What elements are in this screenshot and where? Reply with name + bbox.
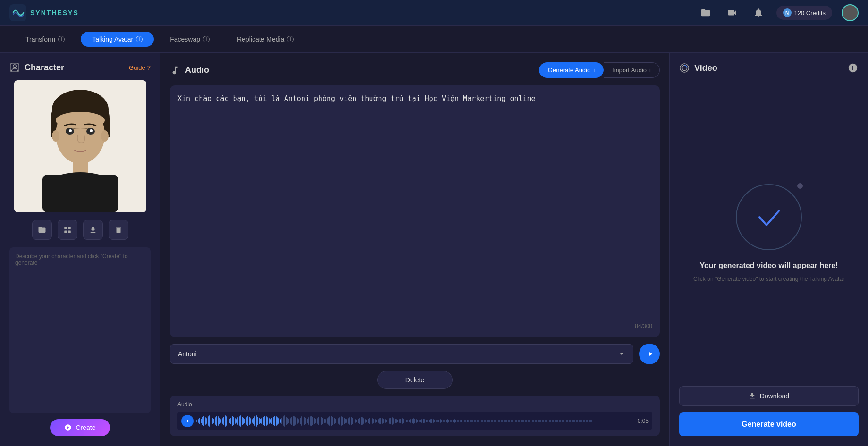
video-title: Video <box>679 63 717 73</box>
svg-point-21 <box>680 64 689 72</box>
replicate-media-info-icon: i <box>287 36 294 42</box>
audio-panel-header: Audio Generate Audio i Import Audio i <box>170 62 660 78</box>
generate-audio-info-icon: i <box>593 67 595 74</box>
play-icon <box>646 350 654 358</box>
tab-generate-audio[interactable]: Generate Audio i <box>539 62 604 78</box>
guide-info-icon: ? <box>147 64 151 71</box>
video-button[interactable] <box>724 4 741 21</box>
video-placeholder-sub: Click on "Generate video" to start creat… <box>693 275 844 283</box>
header: SYNTHESYS N 120 Credits <box>0 0 868 26</box>
audio-waveform: Audio 0:05 <box>170 396 660 436</box>
video-info-button[interactable] <box>847 62 859 74</box>
chevron-down-icon <box>618 350 625 358</box>
video-panel-header: Video <box>679 62 859 74</box>
create-button[interactable]: Create <box>50 419 110 436</box>
character-panel-header: Character Guide ? <box>9 62 151 73</box>
tab-import-audio[interactable]: Import Audio i <box>604 62 660 78</box>
voice-selector[interactable]: Antoni <box>170 344 633 364</box>
tab-talking-avatar[interactable]: Talking Avatar i <box>81 32 154 47</box>
check-circle <box>736 184 802 250</box>
generate-video-button[interactable]: Generate video <box>679 412 859 436</box>
faceswap-info-icon: i <box>203 36 210 42</box>
download-btn-icon <box>749 392 756 400</box>
character-icon <box>9 62 20 73</box>
download-icon <box>89 226 97 234</box>
video-panel: Video Your generated video will appear h… <box>670 53 868 446</box>
gallery-button[interactable] <box>58 220 77 240</box>
svg-rect-20 <box>68 231 70 233</box>
folder-upload-icon <box>38 226 46 234</box>
svg-point-15 <box>52 130 59 142</box>
talking-avatar-info-icon: i <box>136 36 143 42</box>
waveform-bar: 0:05 <box>177 412 652 430</box>
audio-icon <box>170 65 180 76</box>
svg-point-12 <box>90 129 93 132</box>
create-icon <box>64 424 72 431</box>
audio-title: Audio <box>170 65 209 76</box>
waveform-play-icon <box>185 419 190 423</box>
transform-info-icon: i <box>58 36 65 42</box>
character-actions <box>9 220 151 240</box>
checkmark-icon <box>752 201 785 234</box>
svg-point-11 <box>69 129 72 132</box>
guide-link[interactable]: Guide ? <box>129 64 151 71</box>
logo: SYNTHESYS <box>9 4 79 21</box>
svg-point-8 <box>56 112 105 129</box>
video-placeholder-title: Your generated video will appear here! <box>699 261 838 270</box>
video-panel-icon <box>679 63 690 73</box>
char-download-button[interactable] <box>83 220 103 240</box>
video-placeholder: Your generated video will appear here! C… <box>679 81 859 386</box>
user-avatar[interactable] <box>842 4 859 21</box>
char-count: 84/300 <box>177 323 652 329</box>
header-actions: N 120 Credits <box>697 4 859 21</box>
svg-rect-19 <box>64 231 67 233</box>
logo-icon <box>9 4 26 21</box>
bell-icon <box>753 8 764 18</box>
download-button[interactable]: Download <box>679 386 859 406</box>
tab-replicate-media[interactable]: Replicate Media i <box>226 32 305 47</box>
upload-folder-button[interactable] <box>32 220 52 240</box>
character-portrait <box>14 80 146 212</box>
nav-tabs: Transform i Talking Avatar i Faceswap i … <box>0 26 868 53</box>
svg-rect-17 <box>64 227 67 229</box>
script-text-input[interactable]: Xin chào các bạn, tôi là Antoni phóng vi… <box>177 93 652 319</box>
audio-tabs: Generate Audio i Import Audio i <box>539 62 660 78</box>
svg-rect-18 <box>68 227 70 229</box>
logo-text: SYNTHESYS <box>30 9 79 17</box>
tab-transform[interactable]: Transform i <box>14 32 76 47</box>
gallery-icon <box>63 226 72 234</box>
character-panel: Character Guide ? <box>0 53 160 446</box>
delete-button[interactable]: Delete <box>377 371 453 389</box>
credits-label: 120 Credits <box>794 9 826 17</box>
waveform-time: 0:05 <box>638 418 649 424</box>
video-icon <box>727 8 737 18</box>
import-audio-info-icon: i <box>649 67 651 74</box>
svg-point-16 <box>101 130 109 142</box>
text-input-container: Xin chào các bạn, tôi là Antoni phóng vi… <box>170 85 660 337</box>
voice-selector-row: Antoni <box>170 344 660 364</box>
folder-icon <box>700 8 711 18</box>
waveform-label: Audio <box>177 401 652 408</box>
tab-faceswap[interactable]: Faceswap i <box>159 32 221 47</box>
waveform-play-button[interactable] <box>181 415 194 427</box>
svg-point-2 <box>13 65 16 67</box>
character-description: Describe your character and click "Creat… <box>9 247 151 413</box>
main-content: Character Guide ? <box>0 53 868 446</box>
character-title: Character <box>9 62 64 73</box>
char-delete-button[interactable] <box>109 220 128 240</box>
info-icon <box>848 63 858 73</box>
credits-badge: N 120 Credits <box>776 6 832 20</box>
notification-button[interactable] <box>750 4 767 21</box>
folder-button[interactable] <box>697 4 714 21</box>
trash-icon <box>114 226 123 234</box>
waveform-bars <box>196 413 633 429</box>
svg-rect-14 <box>42 175 118 212</box>
play-button[interactable] <box>639 344 660 364</box>
character-image <box>14 80 146 212</box>
credits-icon: N <box>783 8 792 17</box>
audio-panel: Audio Generate Audio i Import Audio i Xi… <box>160 53 670 446</box>
